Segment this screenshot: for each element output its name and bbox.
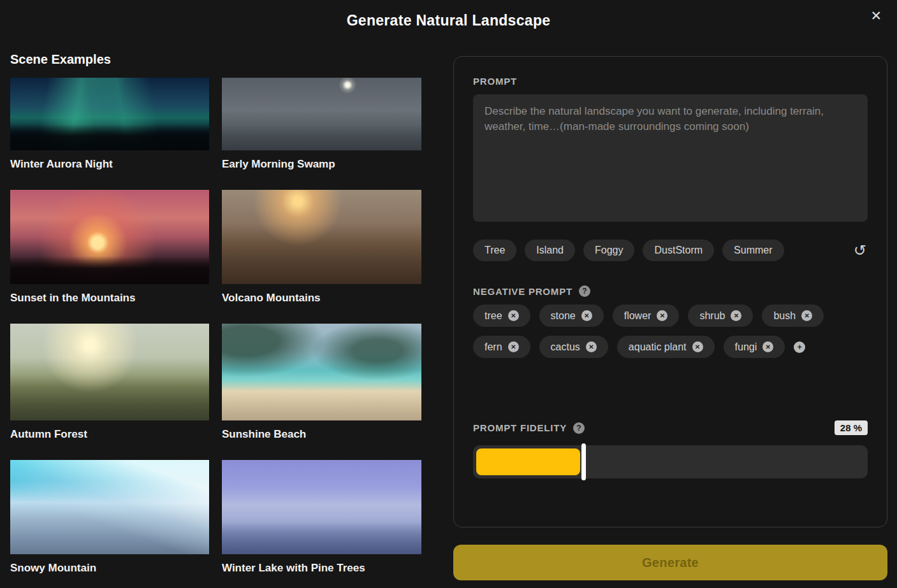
modal-title: Generate Natural Landscape — [347, 12, 551, 29]
suggestion-label: Foggy — [595, 245, 623, 255]
refresh-icon: ↺ — [854, 241, 866, 259]
scene-card-volcano-mountains[interactable]: Volcano Mountains — [222, 190, 421, 319]
negative-tag-shrub[interactable]: shrub ✕ — [688, 305, 753, 327]
scene-examples-section: Scene Examples Winter Aurora Night Early… — [10, 41, 421, 588]
prompt-input[interactable] — [473, 94, 868, 222]
negative-tag-bush[interactable]: bush ✕ — [762, 305, 824, 327]
suggestion-pill-summer[interactable]: Summer — [722, 240, 784, 261]
tag-label: cactus — [551, 342, 580, 352]
suggestion-pill-foggy[interactable]: Foggy — [583, 240, 634, 261]
scene-label: Snowy Mountain — [10, 562, 209, 575]
scene-label: Early Morning Swamp — [222, 158, 421, 171]
negative-tag-tree[interactable]: tree ✕ — [473, 305, 530, 327]
scene-thumbnail-winter-aurora-night[interactable] — [10, 78, 209, 150]
scene-thumbnail-sunshine-beach[interactable] — [222, 324, 421, 420]
prompt-suggestions-row: Tree Island Foggy DustStorm Summer ↺ — [473, 240, 868, 261]
tag-label: flower — [624, 311, 652, 321]
modal-body: Scene Examples Winter Aurora Night Early… — [0, 41, 897, 588]
tag-label: aquatic plant — [629, 342, 687, 352]
generation-panel-column: PROMPT Tree Island Foggy DustStorm Summe — [453, 41, 887, 588]
refresh-suggestions-button[interactable]: ↺ — [852, 243, 868, 258]
tag-label: fungi — [735, 342, 757, 352]
fidelity-slider-handle[interactable] — [581, 443, 586, 480]
scene-examples-heading: Scene Examples — [10, 52, 421, 67]
fidelity-label: PROMPT FIDELITY — [473, 422, 567, 433]
negative-tag-flower[interactable]: flower ✕ — [613, 305, 680, 327]
remove-tag-icon[interactable]: ✕ — [581, 310, 592, 321]
modal-header: Generate Natural Landscape ✕ — [0, 0, 897, 41]
negative-prompt-label: NEGATIVE PROMPT — [473, 286, 572, 297]
remove-tag-icon[interactable]: ✕ — [762, 341, 773, 352]
generate-button[interactable]: Generate — [453, 545, 887, 580]
suggestion-pill-island[interactable]: Island — [525, 240, 575, 261]
scene-label: Sunshine Beach — [222, 428, 421, 441]
remove-tag-icon[interactable]: ✕ — [731, 310, 741, 321]
close-icon: ✕ — [870, 8, 882, 23]
scene-card-winter-lake-with-pine-trees[interactable]: Winter Lake with Pine Trees — [222, 460, 421, 588]
close-button[interactable]: ✕ — [866, 5, 886, 26]
scene-label: Winter Lake with Pine Trees — [222, 562, 421, 575]
scene-card-winter-aurora-night[interactable]: Winter Aurora Night — [10, 78, 209, 185]
tag-label: bush — [773, 311, 796, 321]
negative-tag-fungi[interactable]: fungi ✕ — [724, 336, 785, 358]
generation-panel: PROMPT Tree Island Foggy DustStorm Summe — [453, 56, 887, 527]
remove-tag-icon[interactable]: ✕ — [508, 310, 519, 321]
remove-tag-icon[interactable]: ✕ — [692, 341, 703, 352]
remove-tag-icon[interactable]: ✕ — [508, 341, 519, 352]
remove-tag-icon[interactable]: ✕ — [586, 341, 597, 352]
negative-tag-cactus[interactable]: cactus ✕ — [539, 336, 608, 358]
scene-thumbnail-winter-lake-with-pine-trees[interactable] — [222, 460, 421, 554]
scene-thumbnail-early-morning-swamp[interactable] — [222, 78, 421, 150]
scene-thumbnail-autumn-forest[interactable] — [10, 324, 209, 420]
suggestion-label: Island — [536, 245, 564, 255]
remove-tag-icon[interactable]: ✕ — [801, 310, 812, 321]
scene-label: Winter Aurora Night — [10, 158, 209, 171]
suggestion-pill-tree[interactable]: Tree — [473, 240, 516, 261]
scene-thumbnail-sunset-in-the-mountains[interactable] — [10, 190, 209, 284]
tag-label: stone — [551, 311, 576, 321]
scene-label: Volcano Mountains — [222, 292, 421, 305]
scene-card-sunshine-beach[interactable]: Sunshine Beach — [222, 324, 421, 455]
fidelity-help-icon[interactable]: ? — [573, 422, 585, 434]
scene-card-early-morning-swamp[interactable]: Early Morning Swamp — [222, 78, 421, 185]
scene-grid: Winter Aurora Night Early Morning Swamp … — [10, 78, 421, 588]
scene-card-sunset-in-the-mountains[interactable]: Sunset in the Mountains — [10, 190, 209, 319]
suggestion-label: DustStorm — [654, 245, 703, 255]
negative-tag-stone[interactable]: stone ✕ — [539, 305, 604, 327]
tag-label: tree — [485, 311, 502, 321]
suggestion-label: Tree — [485, 245, 505, 255]
scene-card-autumn-forest[interactable]: Autumn Forest — [10, 324, 209, 455]
tag-label: fern — [485, 342, 502, 352]
negative-tag-fern[interactable]: fern ✕ — [473, 336, 530, 358]
fidelity-value-badge: 28 % — [835, 420, 868, 435]
negative-tag-aquatic-plant[interactable]: aquatic plant ✕ — [617, 336, 715, 358]
scene-label: Autumn Forest — [10, 428, 209, 441]
scene-label: Sunset in the Mountains — [10, 292, 209, 305]
suggestion-pill-duststorm[interactable]: DustStorm — [643, 240, 714, 261]
prompt-label: PROMPT — [473, 76, 517, 87]
suggestion-label: Summer — [734, 245, 772, 255]
negative-tags-wrap: tree ✕ stone ✕ flower ✕ shrub ✕ — [473, 305, 868, 358]
remove-tag-icon[interactable]: ✕ — [657, 310, 667, 321]
fidelity-slider-fill — [476, 448, 580, 475]
scene-thumbnail-snowy-mountain[interactable] — [10, 460, 209, 554]
scene-card-snowy-mountain[interactable]: Snowy Mountain — [10, 460, 209, 588]
tag-label: shrub — [699, 311, 725, 321]
negative-prompt-help-icon[interactable]: ? — [579, 285, 590, 297]
add-tag-button[interactable]: + — [794, 341, 805, 353]
fidelity-label-row: PROMPT FIDELITY ? 28 % — [473, 420, 868, 435]
fidelity-slider[interactable] — [473, 445, 868, 478]
scene-thumbnail-volcano-mountains[interactable] — [222, 190, 421, 284]
negative-prompt-section: NEGATIVE PROMPT ? tree ✕ stone ✕ flower … — [473, 285, 868, 358]
